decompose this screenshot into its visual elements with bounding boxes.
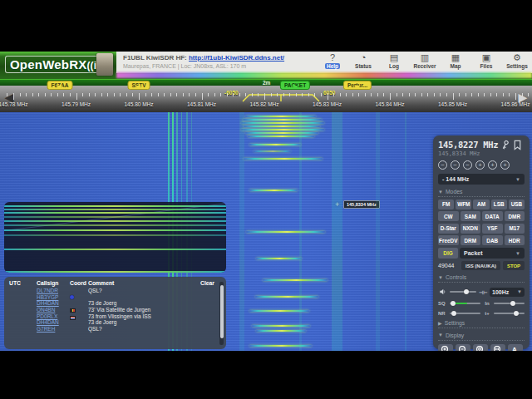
zoom-full-button[interactable] [490, 344, 505, 352]
freq-step-down-button[interactable]: − [463, 160, 472, 170]
freq-step-down-button[interactable]: − [451, 160, 460, 170]
dig-mode-button[interactable]: DIG [438, 248, 458, 259]
callsign-link[interactable]: PD0RLX [37, 313, 57, 319]
scale-tick [258, 93, 259, 96]
mode-ysf[interactable]: YSF [482, 224, 503, 234]
bookmark-f6zaa[interactable]: F6ZAA [47, 81, 73, 90]
receiver-url-link[interactable]: http://f1ubl-KiwiSDR.ddns.net/ [189, 54, 284, 62]
callsign-link[interactable]: DL7NDR [37, 288, 58, 293]
scale-tick [170, 93, 171, 96]
bookmark-packet[interactable]: PACKET [280, 81, 310, 90]
speaker-icon[interactable] [438, 288, 447, 295]
nav-files-label: Files [479, 63, 495, 69]
bookmark-icon[interactable] [512, 140, 523, 150]
freq-step-up-button[interactable]: + [488, 160, 497, 170]
mode-dstar[interactable]: D-Star [438, 224, 459, 234]
callsign-link[interactable]: ON4BN [37, 307, 55, 313]
scale-tick [26, 93, 27, 96]
nav-log[interactable]: ▤Log [381, 52, 407, 69]
waterfall-max-slider[interactable] [494, 303, 525, 304]
callsign-link[interactable]: G7REH [37, 326, 55, 332]
section-settings[interactable]: ▶Settings [438, 320, 525, 328]
waterfall-carrier-stripe [376, 112, 380, 351]
mode-data[interactable]: DATA [482, 211, 503, 221]
chevron-down-icon: ▼ [517, 289, 522, 294]
mode-fm[interactable]: FM [438, 200, 454, 209]
waterfall-auto-slider[interactable] [494, 313, 525, 314]
zoom-out-button[interactable] [456, 344, 470, 352]
section-modes[interactable]: ▼Modes [438, 189, 525, 197]
mode-freedv[interactable]: FreeDV [438, 235, 459, 245]
callsign-link[interactable]: HB3YGP [37, 294, 58, 300]
section-display[interactable]: ▼Display [438, 332, 525, 341]
mode-usb[interactable]: USB [509, 200, 525, 209]
squelch-slider[interactable] [450, 303, 480, 304]
scale-tick [227, 93, 228, 96]
nav-settings[interactable]: ⚙Settings [504, 52, 530, 69]
callsign-link[interactable]: DH4DAN [37, 300, 59, 306]
scale-tick [189, 93, 190, 96]
scale-tick [459, 93, 460, 96]
zoom-in-button[interactable] [438, 344, 453, 352]
freq-step-down-button[interactable]: − [438, 160, 447, 170]
tuned-frequency-display[interactable]: 145,8227 MHz [438, 140, 498, 150]
band-select[interactable]: - 144 MHz▼ [438, 174, 525, 185]
mode-lsb[interactable]: LSB [491, 200, 507, 209]
nav-status[interactable]: ◔Status [350, 52, 377, 69]
status-icon: ◔ [361, 52, 367, 63]
scale-tick [333, 93, 334, 96]
frequency-scale[interactable]: ◀ ▶ -6050 6050 145.78 MHz145.79 MHz145.8… [0, 86, 532, 112]
waterfall-auto-adjust-button[interactable]: A [508, 344, 523, 352]
top-nav: ?Help◔Status▤Log▥Receiver▦Map▣Files⚙Sett… [319, 52, 530, 69]
scale-tick [13, 93, 14, 100]
log-scrollbar[interactable] [219, 282, 224, 345]
volume-slider[interactable] [450, 291, 476, 293]
bookmark-sstv[interactable]: SSTV [128, 81, 150, 90]
nav-receiver[interactable]: ▥Receiver [411, 52, 438, 69]
mode-buttons: FMWFMAMLSBUSBCWSAMDATADMRD-StarNXDNYSFM1… [438, 200, 525, 246]
decoded-messages-panel: UTC Callsign Coord Comment Clear DL7NDRQ… [4, 277, 226, 349]
mode-sam[interactable]: SAM [461, 211, 481, 221]
bookmark-pertur[interactable]: Pertur... [343, 81, 372, 90]
noise-reduction-slider[interactable] [450, 313, 480, 314]
scale-tick [390, 93, 391, 100]
audio-burst-trace [4, 212, 226, 214]
scale-tick [57, 93, 58, 96]
callsign-link[interactable]: DH4DAN [37, 319, 59, 325]
freq-step-up-button[interactable]: + [500, 160, 510, 170]
magnifier-plus-icon [441, 345, 451, 351]
scale-tick [434, 93, 435, 96]
log-callsign: DH4DAN [37, 319, 70, 325]
satellite-target-button[interactable]: ISS (NAUKA) [461, 261, 500, 270]
mode-dab[interactable]: DAB [482, 235, 503, 245]
audio-burst-trace [4, 216, 226, 218]
packet-burst-trace [245, 116, 316, 117]
zoom-selection-button[interactable] [473, 344, 488, 352]
log-callsign: PD0RLX [37, 313, 70, 319]
decoder-stop-button[interactable]: STOP [503, 261, 525, 270]
key-icon[interactable] [500, 140, 510, 150]
digital-mode-select[interactable]: Packet▼ [460, 248, 525, 259]
scale-tick [271, 93, 272, 96]
mode-cw[interactable]: CW [438, 211, 459, 221]
mode-drm[interactable]: DRM [461, 235, 481, 245]
nav-files[interactable]: ▣Files [473, 52, 500, 69]
mode-dmr[interactable]: DMR [505, 211, 525, 221]
mode-wfm[interactable]: WFM [456, 200, 471, 209]
mode-hdr[interactable]: HDR [505, 235, 525, 245]
scale-tick [20, 93, 21, 96]
mode-am[interactable]: AM [473, 200, 489, 209]
nav-map[interactable]: ▦Map [442, 52, 469, 69]
mode-m17[interactable]: M17 [505, 224, 525, 234]
nav-help[interactable]: ?Help [319, 52, 346, 69]
log-scrollbar-thumb[interactable] [220, 285, 224, 338]
packet-burst-trace [249, 345, 312, 347]
freq-step-up-button[interactable]: + [475, 160, 485, 170]
tuning-step-select[interactable]: 100Hz▼ [490, 288, 525, 297]
section-controls[interactable]: ▼Controls [438, 274, 525, 283]
packet-burst-trace [256, 330, 306, 332]
mode-nxdn[interactable]: NXDN [461, 224, 481, 234]
scale-tick [195, 93, 196, 96]
scale-tick [264, 93, 265, 100]
log-clear-button[interactable]: Clear [200, 280, 214, 286]
